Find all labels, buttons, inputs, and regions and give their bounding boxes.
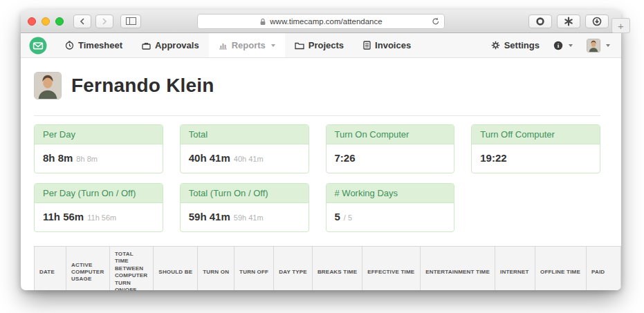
column-header-active-usage[interactable]: ACTIVE COMPUTER USAGE (66, 247, 110, 291)
nav-label-invoices: Invoices (375, 40, 411, 50)
nav-label-approvals: Approvals (155, 40, 199, 50)
sidebar-toggle-button[interactable] (120, 15, 141, 28)
card-turn-on-computer: Turn On Computer 7:26 (326, 124, 455, 173)
browser-titlebar: www.timecamp.com/attendance (21, 10, 621, 33)
card-working-days: # Working Days 5/ 5 (326, 183, 455, 232)
card-total-turn-on-off: Total (Turn On / Off) 59h 41m59h 41m (180, 183, 309, 232)
card-title: Total (Turn On / Off) (181, 184, 309, 203)
card-per-day-turn-on-off: Per Day (Turn On / Off) 11h 56m11h 56m (34, 183, 163, 232)
back-button[interactable] (73, 15, 91, 28)
avatar-photo-icon (35, 73, 61, 99)
card-value: 5 (335, 211, 340, 222)
navbar-right: Settings i (491, 33, 621, 57)
nav-label-reports: Reports (232, 40, 266, 50)
card-secondary: 11h 56m (87, 214, 116, 222)
card-value: 40h 41m (189, 152, 230, 164)
column-header-date[interactable]: DATE (35, 247, 66, 291)
card-title: # Working Days (326, 184, 454, 203)
info-menu-button[interactable]: i (553, 41, 573, 50)
chevron-left-icon (80, 18, 85, 25)
empty-grid-cell (471, 183, 600, 232)
card-title: Per Day (Turn On / Off) (35, 184, 163, 203)
refresh-button[interactable] (431, 17, 441, 28)
column-header-entertainment-time[interactable]: ENTERTAINMENT TIME (421, 247, 495, 291)
nav-label-projects: Projects (309, 40, 344, 50)
column-header-day-type[interactable]: DAY TYPE (274, 247, 313, 291)
column-header-should-be[interactable]: SHOULD BE (154, 247, 198, 291)
card-secondary: 40h 41m (234, 155, 264, 163)
chevron-down-icon (569, 44, 573, 47)
card-secondary: 8h 8m (76, 155, 98, 163)
lock-icon (259, 18, 266, 26)
card-total: Total 40h 41m40h 41m (180, 124, 309, 173)
card-secondary: / 5 (344, 214, 352, 222)
nav-item-approvals[interactable]: Approvals (132, 33, 209, 57)
browser-window: www.timecamp.com/attendance (21, 10, 621, 290)
bar-chart-icon (219, 41, 228, 50)
timecamp-logo[interactable] (29, 33, 47, 57)
profile-header: Fernando Klein (34, 72, 621, 99)
info-icon: i (553, 41, 563, 50)
card-value: 11h 56m (43, 211, 84, 222)
card-secondary: 59h 41m (234, 214, 264, 222)
address-bar[interactable]: www.timecamp.com/attendance (197, 14, 445, 29)
nav-item-timesheet[interactable]: Timesheet (55, 33, 132, 57)
card-value: 59h 41m (189, 211, 230, 222)
settings-label: Settings (504, 40, 540, 50)
extension-asterisk-button[interactable] (557, 15, 580, 28)
column-header-internet[interactable]: INTERNET (495, 247, 535, 291)
attendance-table-wrapper: DATE ACTIVE COMPUTER USAGE TOTAL TIME BE… (34, 246, 621, 290)
page-title: Fernando Klein (71, 75, 214, 97)
zoom-window-button[interactable] (55, 17, 64, 26)
card-value: 7:26 (335, 152, 356, 164)
divider (34, 115, 600, 116)
user-menu-button[interactable] (587, 39, 610, 53)
url-text: www.timecamp.com/attendance (270, 17, 382, 26)
avatar-photo-icon (587, 39, 600, 52)
clock-icon (65, 41, 74, 50)
chevron-down-icon (271, 44, 275, 47)
card-turn-off-computer: Turn Off Computer 19:22 (471, 124, 600, 173)
folder-icon (295, 41, 304, 50)
nav-label-timesheet: Timesheet (78, 40, 122, 50)
gear-icon (491, 41, 500, 50)
card-title: Per Day (35, 125, 163, 144)
user-avatar-large (34, 72, 62, 99)
card-title: Turn On Computer (326, 125, 454, 144)
column-header-offline-time[interactable]: OFFLINE TIME (535, 247, 587, 291)
settings-button[interactable]: Settings (491, 40, 540, 50)
card-value: 8h 8m (43, 152, 73, 164)
attendance-table: DATE ACTIVE COMPUTER USAGE TOTAL TIME BE… (34, 246, 621, 290)
timecamp-logo-icon (29, 37, 47, 55)
download-circle-icon (592, 17, 602, 26)
card-per-day: Per Day 8h 8m8h 8m (34, 124, 163, 173)
nav-item-reports[interactable]: Reports (209, 33, 285, 57)
extension-download-button[interactable] (585, 15, 609, 28)
new-tab-button[interactable]: + (611, 18, 630, 33)
column-header-turn-on[interactable]: TURN ON (198, 247, 234, 291)
chevron-right-icon (102, 18, 107, 25)
briefcase-icon (142, 41, 151, 50)
page-content: Fernando Klein Per Day 8h 8m8h 8m Total … (21, 58, 621, 290)
table-header-row: DATE ACTIVE COMPUTER USAGE TOTAL TIME BE… (35, 247, 621, 291)
close-window-button[interactable] (28, 17, 36, 26)
nav-item-invoices[interactable]: Invoices (353, 33, 421, 57)
asterisk-icon (564, 17, 573, 26)
forward-button[interactable] (95, 15, 113, 28)
user-avatar-small (587, 39, 600, 53)
column-header-paid[interactable]: PAID (587, 247, 621, 291)
extension-ring-button[interactable] (528, 15, 552, 28)
sidebar-icon (126, 17, 136, 25)
refresh-icon (431, 17, 441, 26)
column-header-breaks-time[interactable]: BREAKS TIME (312, 247, 362, 291)
card-title: Total (181, 125, 309, 144)
invoice-icon (363, 41, 371, 50)
column-header-turn-off[interactable]: TURN OFF (234, 247, 274, 291)
card-value: 19:22 (480, 152, 506, 164)
minimize-window-button[interactable] (42, 17, 50, 26)
summary-cards: Per Day 8h 8m8h 8m Total 40h 41m40h 41m … (34, 124, 600, 232)
column-header-effective-time[interactable]: EFFECTIVE TIME (362, 247, 421, 291)
column-header-total-between[interactable]: TOTAL TIME BETWEEN COMPUTER TURN ON/OFF (109, 247, 153, 291)
app-navbar: Timesheet Approvals Reports Projects (21, 33, 621, 58)
nav-item-projects[interactable]: Projects (285, 33, 353, 57)
